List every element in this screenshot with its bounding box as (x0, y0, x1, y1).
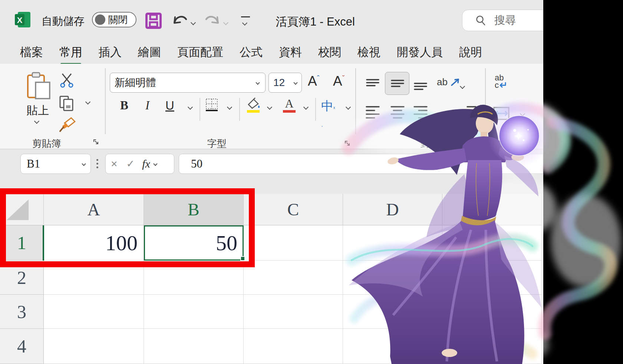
screenshot-root: X 自動儲存 關閉 (0, 0, 623, 364)
ribbon-tab-bar: 檔案 常用 插入 繪圖 頁面配置 公式 資料 校閱 檢視 開發人員 說明 (0, 41, 543, 64)
tab-home[interactable]: 常用 (59, 44, 82, 60)
row-header-4[interactable]: 4 (0, 329, 44, 364)
fill-handle[interactable] (240, 256, 245, 261)
font-size-combo[interactable]: 12 (268, 73, 302, 93)
bold-button[interactable]: B (120, 99, 128, 112)
sorceress-overlay-image (326, 85, 623, 364)
tab-review[interactable]: 校閱 (318, 44, 341, 60)
cell-a3[interactable] (44, 295, 144, 329)
underline-button[interactable]: U (165, 99, 174, 113)
copy-dropdown-chevron[interactable] (85, 99, 90, 105)
toggle-knob-icon (95, 14, 105, 25)
redo-icon (204, 12, 221, 29)
search-box[interactable]: 搜尋 (462, 10, 543, 31)
document-title: 活頁簿1 - Excel (256, 14, 375, 30)
borders-icon[interactable] (205, 98, 219, 112)
excel-logo-icon: X (14, 11, 31, 28)
paste-icon[interactable] (26, 72, 52, 99)
paste-dropdown-chevron[interactable] (34, 119, 39, 124)
svg-text:X: X (17, 16, 23, 25)
font-name-chevron (256, 80, 260, 85)
formula-buttons-box: × ✓ fx (105, 154, 174, 174)
font-size-chevron (293, 80, 297, 85)
fx-chevron (153, 162, 157, 166)
tab-formulas[interactable]: 公式 (240, 44, 263, 60)
name-box-chevron (82, 162, 86, 166)
cancel-entry-button[interactable]: × (106, 158, 123, 170)
cell-b4[interactable] (144, 329, 244, 364)
tab-developer[interactable]: 開發人員 (397, 44, 443, 60)
undo-dropdown-chevron[interactable] (191, 20, 196, 25)
tab-view[interactable]: 檢視 (357, 44, 380, 60)
search-placeholder: 搜尋 (494, 13, 516, 28)
copy-icon[interactable] (59, 95, 75, 111)
font-color-icon[interactable]: A (281, 96, 297, 113)
font-group-label: 字型 (193, 137, 241, 150)
font-name-combo[interactable]: 新細明體 (110, 73, 266, 93)
name-box-value: B1 (21, 157, 82, 171)
name-box[interactable]: B1 (20, 154, 91, 174)
autosave-state-label: 關閉 (108, 13, 128, 26)
search-icon (475, 15, 486, 26)
tab-file[interactable]: 檔案 (20, 44, 43, 60)
format-painter-icon[interactable] (59, 116, 76, 133)
row-header-3[interactable]: 3 (0, 295, 44, 329)
fill-color-dropdown-chevron[interactable] (267, 105, 272, 110)
formula-value: 50 (179, 157, 202, 171)
tab-data[interactable]: 資料 (279, 44, 302, 60)
insert-function-button[interactable]: fx (138, 158, 154, 170)
title-bar: X 自動儲存 關閉 (0, 0, 543, 41)
font-color-dropdown-chevron[interactable] (303, 105, 309, 110)
borders-dropdown-chevron[interactable] (227, 105, 232, 110)
enter-entry-button[interactable]: ✓ (123, 158, 139, 170)
tab-help[interactable]: 說明 (459, 44, 482, 60)
save-icon[interactable] (145, 13, 162, 29)
cut-icon[interactable] (59, 73, 74, 88)
customize-toolbar-icon[interactable] (241, 16, 251, 26)
group-separator (105, 68, 106, 134)
font-name-value: 新細明體 (110, 76, 256, 90)
italic-button[interactable]: I (145, 99, 149, 112)
tab-draw[interactable]: 繪圖 (138, 44, 161, 60)
redo-dropdown-chevron (223, 20, 228, 25)
tab-page-layout[interactable]: 頁面配置 (177, 44, 223, 60)
red-highlight-annotation (0, 188, 255, 267)
font-size-value: 12 (269, 77, 294, 89)
cell-a4[interactable] (44, 329, 144, 364)
formula-bar-grip-icon[interactable] (96, 159, 98, 170)
underline-dropdown-chevron[interactable] (188, 105, 193, 110)
cell-b3[interactable] (144, 295, 244, 329)
autosave-toggle[interactable]: 關閉 (92, 12, 136, 27)
tab-insert[interactable]: 插入 (99, 44, 122, 60)
fill-color-icon[interactable] (245, 96, 262, 113)
grow-font-button[interactable]: Aˆ (308, 73, 319, 89)
clipboard-group-label: 剪貼簿 (22, 137, 72, 150)
paste-button[interactable]: 貼上 (23, 103, 53, 118)
autosave-label: 自動儲存 (42, 14, 85, 29)
clipboard-dialog-launcher-icon[interactable] (93, 139, 99, 145)
svg-text:A: A (285, 97, 293, 110)
undo-icon[interactable] (171, 12, 188, 29)
